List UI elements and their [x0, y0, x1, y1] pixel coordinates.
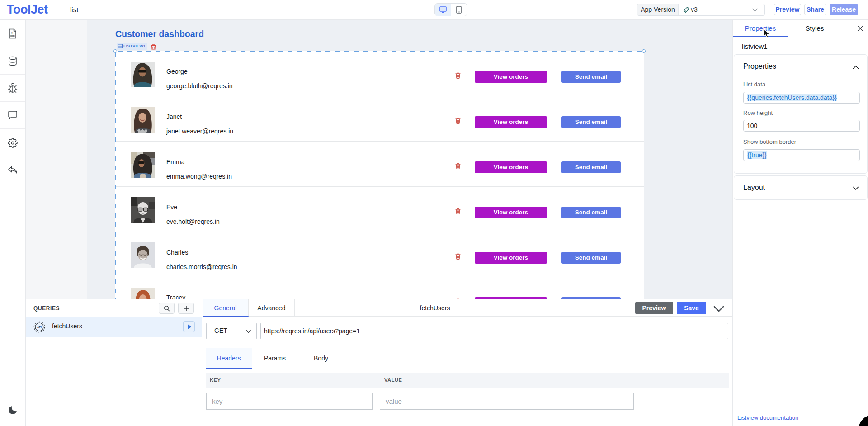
svg-text:{:}: {:} — [11, 32, 13, 34]
svg-text:JSON: JSON — [11, 35, 15, 37]
svg-text:API: API — [37, 326, 42, 328]
